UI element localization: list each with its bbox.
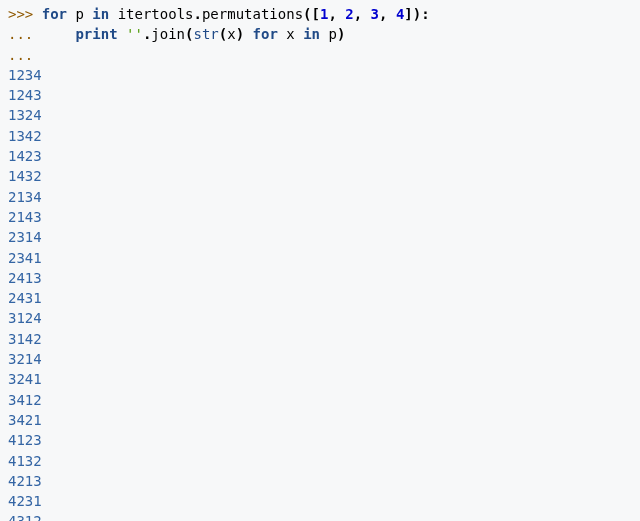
output-block: 1234124313241342142314322134214323142341… (8, 65, 632, 521)
output-line: 4132 (8, 451, 632, 471)
output-line: 1423 (8, 146, 632, 166)
space (118, 26, 126, 42)
colon: : (421, 6, 429, 22)
output-line: 2134 (8, 187, 632, 207)
keyword-for: for (42, 6, 67, 22)
comma: , (328, 6, 336, 22)
output-line: 3412 (8, 390, 632, 410)
lparen: ( (219, 26, 227, 42)
output-line: 4123 (8, 430, 632, 450)
code-line-3: ... (8, 45, 632, 65)
output-line: 4213 (8, 471, 632, 491)
space (109, 6, 117, 22)
builtin-str: str (193, 26, 218, 42)
output-line: 1342 (8, 126, 632, 146)
space (278, 26, 286, 42)
output-line: 1324 (8, 105, 632, 125)
space (295, 26, 303, 42)
output-line: 3124 (8, 308, 632, 328)
lbracket: [ (312, 6, 320, 22)
keyword-for: for (253, 26, 278, 42)
output-line: 1243 (8, 85, 632, 105)
space (387, 6, 395, 22)
output-line: 1432 (8, 166, 632, 186)
dot: . (193, 6, 201, 22)
comma: , (354, 6, 362, 22)
rbracket: ] (404, 6, 412, 22)
output-line: 2413 (8, 268, 632, 288)
output-line: 2431 (8, 288, 632, 308)
space (337, 6, 345, 22)
func-permutations: permutations (202, 6, 303, 22)
repl-continuation: ... (8, 26, 42, 42)
output-line: 3214 (8, 349, 632, 369)
literal-2: 2 (345, 6, 353, 22)
output-line: 2314 (8, 227, 632, 247)
keyword-print: print (75, 26, 117, 42)
repl-continuation: ... (8, 47, 33, 63)
module-itertools: itertools (118, 6, 194, 22)
output-line: 4312 (8, 511, 632, 521)
code-line-1: >>> for p in itertools.permutations([1, … (8, 4, 632, 24)
output-line: 3421 (8, 410, 632, 430)
rparen: ) (337, 26, 345, 42)
var-x: x (286, 26, 294, 42)
literal-3: 3 (371, 6, 379, 22)
space (362, 6, 370, 22)
output-line: 3142 (8, 329, 632, 349)
var-p: p (328, 26, 336, 42)
code-block: >>> for p in itertools.permutations([1, … (8, 4, 632, 521)
output-line: 4231 (8, 491, 632, 511)
output-line: 2341 (8, 248, 632, 268)
var-p: p (75, 6, 83, 22)
code-line-2: ... print ''.join(str(x) for x in p) (8, 24, 632, 44)
space (244, 26, 252, 42)
repl-prompt: >>> (8, 6, 42, 22)
string-empty: '' (126, 26, 143, 42)
rparen: ) (413, 6, 421, 22)
output-line: 1234 (8, 65, 632, 85)
output-line: 3241 (8, 369, 632, 389)
keyword-in: in (92, 6, 109, 22)
keyword-in: in (303, 26, 320, 42)
rparen: ) (236, 26, 244, 42)
method-join: join (151, 26, 185, 42)
lparen: ( (303, 6, 311, 22)
var-x: x (227, 26, 235, 42)
indent (42, 26, 76, 42)
output-line: 2143 (8, 207, 632, 227)
